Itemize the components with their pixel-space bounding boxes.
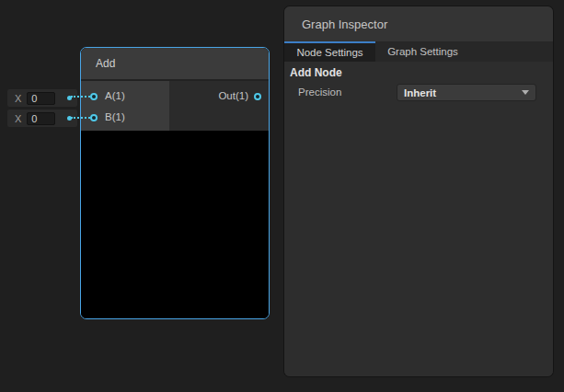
port-label: A(1) <box>105 90 125 102</box>
axis-label-x[interactable]: X <box>15 93 21 104</box>
precision-dropdown[interactable]: Inherit <box>397 84 536 101</box>
port-row: B(1) <box>90 111 125 123</box>
default-value-widget-b: X <box>7 110 77 127</box>
inspector-header[interactable]: Graph Inspector <box>284 6 553 41</box>
inspector-content: Add Node Precision Inherit <box>284 62 553 376</box>
port-label: B(1) <box>105 111 125 123</box>
precision-label: Precision <box>298 86 341 98</box>
tab-node-settings[interactable]: Node Settings <box>284 41 375 62</box>
default-value-widget-a: X <box>7 89 77 107</box>
add-node[interactable]: Add A(1) B(1) Out(1) <box>80 47 270 319</box>
precision-field-row: Precision Inherit <box>284 84 553 102</box>
port-row: A(1) <box>90 90 125 102</box>
value-field-a[interactable] <box>27 92 55 105</box>
node-output-ports: Out(1) <box>169 81 269 131</box>
input-port-a[interactable] <box>90 93 98 100</box>
node-title-bar[interactable]: Add <box>81 48 269 81</box>
axis-label-x[interactable]: X <box>15 113 21 124</box>
section-heading: Add Node <box>290 67 553 79</box>
node-title: Add <box>96 57 115 70</box>
output-port[interactable] <box>254 93 261 100</box>
tab-graph-settings[interactable]: Graph Settings <box>375 41 470 62</box>
input-port-b[interactable] <box>90 114 98 121</box>
port-label: Out(1) <box>218 90 248 102</box>
inspector-title: Graph Inspector <box>302 17 387 31</box>
inspector-tabbar: Node Settings Graph Settings <box>284 41 553 62</box>
edge-connector <box>71 117 90 119</box>
graph-inspector-panel: Graph Inspector Node Settings Graph Sett… <box>284 6 553 376</box>
node-ports-section: A(1) B(1) Out(1) <box>81 81 269 131</box>
value-field-b[interactable] <box>27 112 55 125</box>
node-preview <box>81 131 269 318</box>
chevron-down-icon <box>522 90 529 95</box>
port-row: Out(1) <box>218 90 261 102</box>
edge-connector <box>71 96 90 98</box>
dropdown-value: Inherit <box>404 87 522 98</box>
node-input-ports: A(1) B(1) <box>81 81 169 131</box>
